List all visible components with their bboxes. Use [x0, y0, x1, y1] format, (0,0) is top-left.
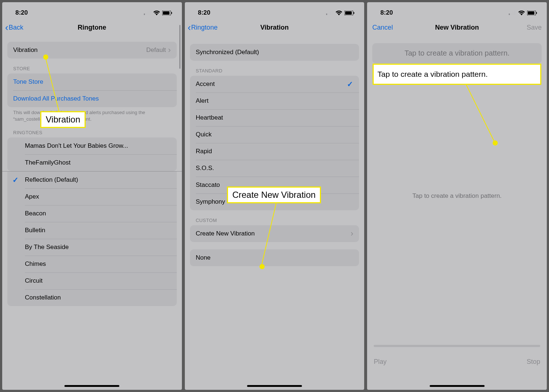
- vibration-option-row[interactable]: Alert: [190, 93, 359, 109]
- svg-rect-11: [332, 11, 333, 15]
- tone-store-label: Tone Store: [13, 78, 171, 86]
- vibration-option-row[interactable]: Quick: [190, 126, 359, 143]
- play-button[interactable]: Play: [374, 358, 386, 366]
- store-header: STORE: [7, 66, 177, 74]
- checkmark-icon: ✓: [12, 176, 19, 184]
- ringtone-row[interactable]: Constellation: [7, 289, 177, 306]
- chevron-right-icon: ›: [351, 230, 353, 238]
- tone-store-row[interactable]: Tone Store: [7, 74, 177, 90]
- home-indicator[interactable]: [247, 385, 302, 387]
- home-indicator[interactable]: [64, 385, 119, 387]
- svg-rect-3: [149, 11, 150, 15]
- ringtone-row[interactable]: Beacon: [7, 205, 177, 222]
- svg-rect-8: [326, 14, 327, 15]
- annotation-dot: [259, 264, 265, 269]
- battery-icon: [344, 11, 355, 15]
- vibration-none-row[interactable]: None: [190, 249, 359, 266]
- screen-vibration: 8:20 ‹ Ringtone Vibration Synchronized (…: [185, 2, 365, 390]
- svg-rect-21: [528, 11, 534, 15]
- svg-rect-1: [146, 13, 147, 15]
- ringtone-default-row[interactable]: ✓ Reflection (Default): [7, 172, 177, 188]
- vibration-option-row[interactable]: Rapid: [190, 143, 359, 160]
- ringtone-row[interactable]: Apex: [7, 188, 177, 205]
- chevron-left-icon: ‹: [5, 23, 8, 32]
- screen-ringtone: 8:20 ‹ Back Ringtone Vibration Default ›…: [2, 2, 182, 390]
- vibration-label: Vibration: [13, 46, 146, 54]
- status-bar: 8:20: [185, 2, 365, 18]
- status-bar: 8:20: [367, 2, 547, 18]
- synchronized-default-row[interactable]: Synchronized (Default): [190, 44, 359, 61]
- tap-prompt: Tap to create a vibration pattern.: [404, 49, 509, 57]
- vibration-option-row[interactable]: S.O.S.: [190, 160, 359, 177]
- battery-icon: [527, 11, 537, 15]
- wifi-icon: [153, 11, 160, 15]
- ringtone-row[interactable]: By The Seaside: [7, 239, 177, 256]
- vibration-row[interactable]: Vibration Default ›: [7, 42, 177, 59]
- svg-rect-17: [511, 13, 512, 15]
- vibration-option-row[interactable]: Heartbeat: [190, 109, 359, 126]
- content-scroll[interactable]: Vibration Default › STORE Tone Store Dow…: [2, 37, 182, 390]
- nav-header: ‹ Ringtone Vibration: [185, 18, 365, 37]
- cancel-button[interactable]: Cancel: [372, 24, 393, 31]
- home-indicator[interactable]: [430, 385, 485, 387]
- vibration-footer: Play Stop: [367, 345, 547, 372]
- page-title: Vibration: [260, 24, 289, 31]
- content-scroll[interactable]: Synchronized (Default) STANDARD Accent ✓…: [185, 37, 365, 390]
- svg-rect-16: [509, 14, 510, 15]
- status-icons: [144, 11, 172, 15]
- status-time: 8:20: [380, 9, 393, 16]
- status-time: 8:20: [15, 9, 28, 16]
- standard-header: STANDARD: [190, 68, 359, 76]
- ringtone-row[interactable]: TheFamilyGhost: [7, 154, 177, 171]
- svg-rect-13: [345, 11, 352, 15]
- back-button[interactable]: ‹ Back: [5, 23, 23, 32]
- battery-icon: [162, 11, 172, 15]
- checkmark-icon: ✓: [347, 80, 353, 88]
- screen-new-vibration: 8:20 Cancel New Vibration Save Tap to cr…: [367, 2, 547, 390]
- status-bar: 8:20: [2, 2, 182, 18]
- svg-line-23: [466, 84, 494, 142]
- wifi-icon: [336, 11, 342, 15]
- center-hint: Tap to create a vibration pattern.: [412, 192, 502, 200]
- svg-rect-22: [536, 12, 537, 14]
- download-note: This will download all ringtones and ale…: [7, 107, 177, 122]
- svg-rect-2: [147, 12, 149, 15]
- svg-rect-9: [328, 13, 329, 15]
- vibration-track: [374, 345, 540, 347]
- status-icons: [326, 11, 355, 15]
- chevron-left-icon: ‹: [188, 23, 191, 32]
- annotation-dot: [493, 140, 498, 146]
- download-purchased-label: Download All Purchased Tones: [13, 95, 171, 102]
- vibration-option-row[interactable]: Accent ✓: [190, 76, 359, 93]
- save-button[interactable]: Save: [527, 24, 542, 31]
- cellular-icon: [144, 11, 151, 15]
- annotation-dot: [43, 54, 48, 60]
- annotation-line: [466, 84, 499, 144]
- ringtone-row[interactable]: Bulletin: [7, 222, 177, 239]
- scrollbar[interactable]: [179, 25, 180, 69]
- ringtone-row[interactable]: Chimes: [7, 256, 177, 272]
- download-purchased-row[interactable]: Download All Purchased Tones: [7, 90, 177, 107]
- back-label: Back: [9, 24, 23, 31]
- cellular-icon: [509, 11, 516, 15]
- cellular-icon: [326, 11, 333, 15]
- svg-rect-19: [514, 11, 515, 15]
- svg-rect-0: [144, 14, 145, 15]
- back-label: Ringtone: [191, 24, 217, 31]
- svg-rect-10: [330, 12, 331, 15]
- custom-header: CUSTOM: [190, 218, 359, 225]
- back-button[interactable]: ‹ Ringtone: [188, 23, 218, 32]
- ringtone-row[interactable]: Circuit: [7, 272, 177, 289]
- annotation-callout: Vibration: [40, 111, 86, 128]
- stop-button[interactable]: Stop: [527, 358, 540, 366]
- annotation-callout: Create New Vibration: [227, 186, 321, 203]
- ringtone-row[interactable]: Mamas Don't Let Your Babies Grow...: [7, 137, 177, 154]
- tap-pattern-area[interactable]: Tap to create a vibration pattern.: [372, 43, 542, 63]
- annotation-callout: Tap to create a vibration pattern.: [373, 64, 541, 85]
- svg-rect-5: [163, 11, 169, 15]
- ringtones-header: RINGTONES: [7, 130, 177, 137]
- create-new-vibration-row[interactable]: Create New Vibration ›: [190, 225, 359, 242]
- chevron-right-icon: ›: [168, 46, 171, 54]
- status-icons: [509, 11, 537, 15]
- wifi-icon: [518, 11, 525, 15]
